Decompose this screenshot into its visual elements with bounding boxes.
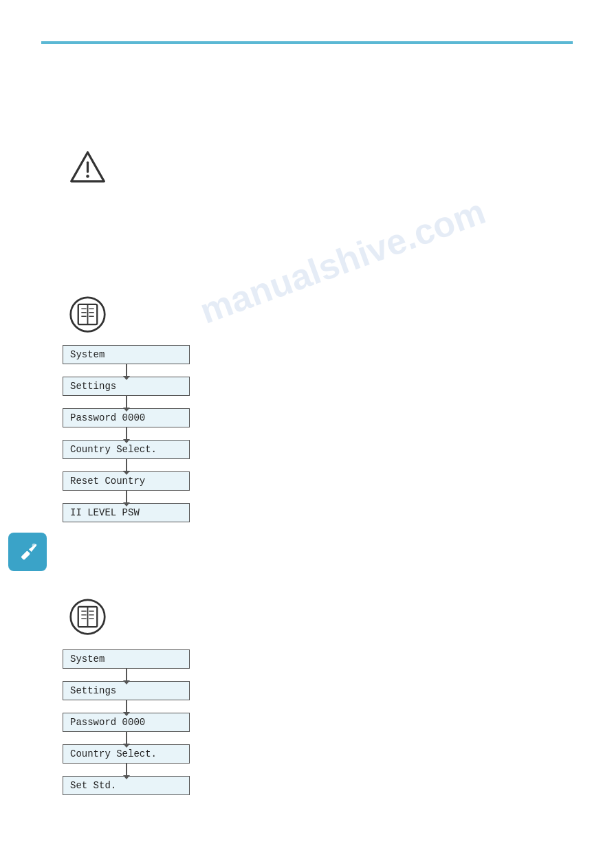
svg-point-13 <box>32 544 36 548</box>
book-icon-1 <box>69 296 107 333</box>
flow-arrow-3 <box>126 427 127 440</box>
flow-arrow-2 <box>126 396 127 408</box>
flow-arrow-5 <box>126 491 127 503</box>
flow-arrow-d2-2 <box>126 700 127 713</box>
flow-arrow-d2-1 <box>126 669 127 681</box>
top-bar <box>41 41 573 44</box>
svg-point-2 <box>86 175 89 178</box>
flow-box-system-1: System <box>63 345 190 364</box>
warning-icon <box>69 150 107 184</box>
tool-badge <box>8 533 47 571</box>
watermark: manualshive.com <box>195 190 491 332</box>
flow-arrow-d2-3 <box>126 732 127 744</box>
flow-diagram-2: System Settings Password 0000 Country Se… <box>63 649 190 795</box>
flow-arrow-d2-4 <box>126 764 127 776</box>
flow-box-system-2: System <box>63 649 190 669</box>
svg-rect-12 <box>21 550 30 560</box>
flow-diagram-1: System Settings Password 0000 Country Se… <box>63 345 190 522</box>
book-icon-2 <box>69 598 107 636</box>
flow-arrow-4 <box>126 459 127 471</box>
flow-arrow-1 <box>126 364 127 377</box>
